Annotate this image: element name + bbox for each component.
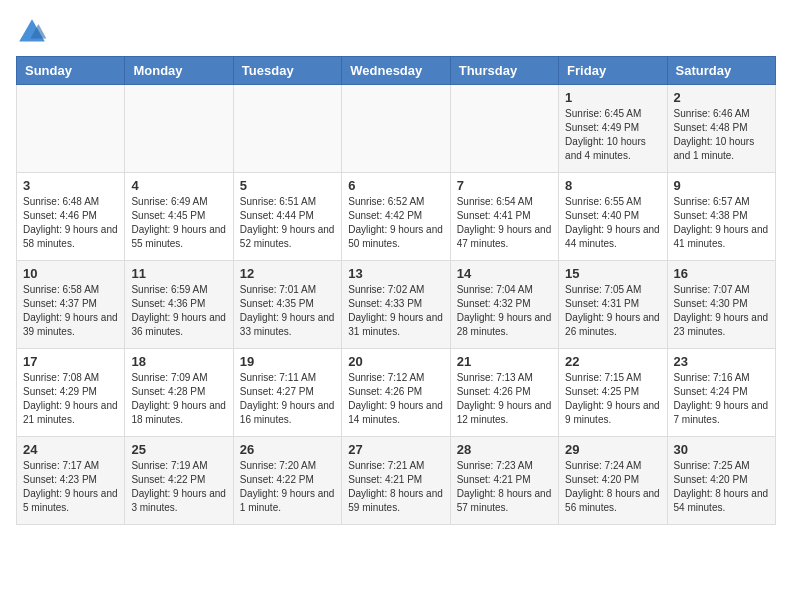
day-info: Sunrise: 6:45 AM Sunset: 4:49 PM Dayligh… <box>565 107 660 163</box>
day-number: 18 <box>131 354 226 369</box>
day-number: 23 <box>674 354 769 369</box>
day-number: 5 <box>240 178 335 193</box>
day-info: Sunrise: 7:05 AM Sunset: 4:31 PM Dayligh… <box>565 283 660 339</box>
calendar-cell <box>125 85 233 173</box>
day-number: 30 <box>674 442 769 457</box>
calendar-cell: 17Sunrise: 7:08 AM Sunset: 4:29 PM Dayli… <box>17 349 125 437</box>
day-info: Sunrise: 6:54 AM Sunset: 4:41 PM Dayligh… <box>457 195 552 251</box>
day-info: Sunrise: 7:09 AM Sunset: 4:28 PM Dayligh… <box>131 371 226 427</box>
logo <box>16 16 52 48</box>
day-info: Sunrise: 6:52 AM Sunset: 4:42 PM Dayligh… <box>348 195 443 251</box>
day-info: Sunrise: 7:01 AM Sunset: 4:35 PM Dayligh… <box>240 283 335 339</box>
day-info: Sunrise: 7:16 AM Sunset: 4:24 PM Dayligh… <box>674 371 769 427</box>
day-info: Sunrise: 7:21 AM Sunset: 4:21 PM Dayligh… <box>348 459 443 515</box>
day-info: Sunrise: 7:12 AM Sunset: 4:26 PM Dayligh… <box>348 371 443 427</box>
day-info: Sunrise: 6:46 AM Sunset: 4:48 PM Dayligh… <box>674 107 769 163</box>
calendar-cell: 16Sunrise: 7:07 AM Sunset: 4:30 PM Dayli… <box>667 261 775 349</box>
day-info: Sunrise: 7:07 AM Sunset: 4:30 PM Dayligh… <box>674 283 769 339</box>
calendar-cell: 5Sunrise: 6:51 AM Sunset: 4:44 PM Daylig… <box>233 173 341 261</box>
day-number: 21 <box>457 354 552 369</box>
calendar-cell <box>342 85 450 173</box>
day-number: 12 <box>240 266 335 281</box>
day-number: 8 <box>565 178 660 193</box>
calendar-cell: 26Sunrise: 7:20 AM Sunset: 4:22 PM Dayli… <box>233 437 341 525</box>
calendar-cell: 19Sunrise: 7:11 AM Sunset: 4:27 PM Dayli… <box>233 349 341 437</box>
calendar-cell <box>450 85 558 173</box>
calendar-table: SundayMondayTuesdayWednesdayThursdayFrid… <box>16 56 776 525</box>
calendar-cell: 23Sunrise: 7:16 AM Sunset: 4:24 PM Dayli… <box>667 349 775 437</box>
day-number: 28 <box>457 442 552 457</box>
calendar-cell: 11Sunrise: 6:59 AM Sunset: 4:36 PM Dayli… <box>125 261 233 349</box>
day-number: 10 <box>23 266 118 281</box>
calendar-cell: 2Sunrise: 6:46 AM Sunset: 4:48 PM Daylig… <box>667 85 775 173</box>
calendar-cell: 29Sunrise: 7:24 AM Sunset: 4:20 PM Dayli… <box>559 437 667 525</box>
day-info: Sunrise: 7:13 AM Sunset: 4:26 PM Dayligh… <box>457 371 552 427</box>
calendar-header-row: SundayMondayTuesdayWednesdayThursdayFrid… <box>17 57 776 85</box>
day-info: Sunrise: 7:20 AM Sunset: 4:22 PM Dayligh… <box>240 459 335 515</box>
calendar-cell: 1Sunrise: 6:45 AM Sunset: 4:49 PM Daylig… <box>559 85 667 173</box>
calendar-cell: 7Sunrise: 6:54 AM Sunset: 4:41 PM Daylig… <box>450 173 558 261</box>
calendar-cell: 15Sunrise: 7:05 AM Sunset: 4:31 PM Dayli… <box>559 261 667 349</box>
calendar-week-row: 10Sunrise: 6:58 AM Sunset: 4:37 PM Dayli… <box>17 261 776 349</box>
calendar-header-wednesday: Wednesday <box>342 57 450 85</box>
calendar-cell: 8Sunrise: 6:55 AM Sunset: 4:40 PM Daylig… <box>559 173 667 261</box>
calendar-cell: 18Sunrise: 7:09 AM Sunset: 4:28 PM Dayli… <box>125 349 233 437</box>
day-number: 14 <box>457 266 552 281</box>
day-info: Sunrise: 6:57 AM Sunset: 4:38 PM Dayligh… <box>674 195 769 251</box>
calendar-week-row: 1Sunrise: 6:45 AM Sunset: 4:49 PM Daylig… <box>17 85 776 173</box>
calendar-cell: 13Sunrise: 7:02 AM Sunset: 4:33 PM Dayli… <box>342 261 450 349</box>
day-number: 4 <box>131 178 226 193</box>
logo-icon <box>16 16 48 48</box>
calendar-cell: 6Sunrise: 6:52 AM Sunset: 4:42 PM Daylig… <box>342 173 450 261</box>
calendar-header-thursday: Thursday <box>450 57 558 85</box>
calendar-cell: 21Sunrise: 7:13 AM Sunset: 4:26 PM Dayli… <box>450 349 558 437</box>
calendar-cell: 4Sunrise: 6:49 AM Sunset: 4:45 PM Daylig… <box>125 173 233 261</box>
day-info: Sunrise: 6:51 AM Sunset: 4:44 PM Dayligh… <box>240 195 335 251</box>
day-info: Sunrise: 7:15 AM Sunset: 4:25 PM Dayligh… <box>565 371 660 427</box>
calendar-cell: 14Sunrise: 7:04 AM Sunset: 4:32 PM Dayli… <box>450 261 558 349</box>
day-info: Sunrise: 7:08 AM Sunset: 4:29 PM Dayligh… <box>23 371 118 427</box>
calendar-header-saturday: Saturday <box>667 57 775 85</box>
day-info: Sunrise: 6:58 AM Sunset: 4:37 PM Dayligh… <box>23 283 118 339</box>
calendar-header-tuesday: Tuesday <box>233 57 341 85</box>
calendar-cell: 20Sunrise: 7:12 AM Sunset: 4:26 PM Dayli… <box>342 349 450 437</box>
day-number: 11 <box>131 266 226 281</box>
calendar-cell: 12Sunrise: 7:01 AM Sunset: 4:35 PM Dayli… <box>233 261 341 349</box>
day-info: Sunrise: 7:25 AM Sunset: 4:20 PM Dayligh… <box>674 459 769 515</box>
calendar-cell: 30Sunrise: 7:25 AM Sunset: 4:20 PM Dayli… <box>667 437 775 525</box>
day-number: 24 <box>23 442 118 457</box>
day-info: Sunrise: 7:02 AM Sunset: 4:33 PM Dayligh… <box>348 283 443 339</box>
day-number: 29 <box>565 442 660 457</box>
day-number: 3 <box>23 178 118 193</box>
day-info: Sunrise: 7:23 AM Sunset: 4:21 PM Dayligh… <box>457 459 552 515</box>
calendar-cell <box>17 85 125 173</box>
day-info: Sunrise: 7:17 AM Sunset: 4:23 PM Dayligh… <box>23 459 118 515</box>
day-number: 2 <box>674 90 769 105</box>
calendar-cell: 9Sunrise: 6:57 AM Sunset: 4:38 PM Daylig… <box>667 173 775 261</box>
day-number: 26 <box>240 442 335 457</box>
day-number: 13 <box>348 266 443 281</box>
day-info: Sunrise: 6:48 AM Sunset: 4:46 PM Dayligh… <box>23 195 118 251</box>
calendar-week-row: 17Sunrise: 7:08 AM Sunset: 4:29 PM Dayli… <box>17 349 776 437</box>
calendar-header-sunday: Sunday <box>17 57 125 85</box>
day-number: 25 <box>131 442 226 457</box>
day-info: Sunrise: 7:11 AM Sunset: 4:27 PM Dayligh… <box>240 371 335 427</box>
day-info: Sunrise: 7:19 AM Sunset: 4:22 PM Dayligh… <box>131 459 226 515</box>
day-number: 7 <box>457 178 552 193</box>
calendar-cell: 24Sunrise: 7:17 AM Sunset: 4:23 PM Dayli… <box>17 437 125 525</box>
day-number: 22 <box>565 354 660 369</box>
calendar-cell: 25Sunrise: 7:19 AM Sunset: 4:22 PM Dayli… <box>125 437 233 525</box>
calendar-cell: 27Sunrise: 7:21 AM Sunset: 4:21 PM Dayli… <box>342 437 450 525</box>
day-number: 9 <box>674 178 769 193</box>
day-number: 16 <box>674 266 769 281</box>
day-number: 6 <box>348 178 443 193</box>
day-info: Sunrise: 7:04 AM Sunset: 4:32 PM Dayligh… <box>457 283 552 339</box>
calendar-week-row: 3Sunrise: 6:48 AM Sunset: 4:46 PM Daylig… <box>17 173 776 261</box>
calendar-cell: 3Sunrise: 6:48 AM Sunset: 4:46 PM Daylig… <box>17 173 125 261</box>
day-info: Sunrise: 6:59 AM Sunset: 4:36 PM Dayligh… <box>131 283 226 339</box>
calendar-cell: 22Sunrise: 7:15 AM Sunset: 4:25 PM Dayli… <box>559 349 667 437</box>
day-number: 17 <box>23 354 118 369</box>
header <box>16 16 776 48</box>
calendar-cell: 28Sunrise: 7:23 AM Sunset: 4:21 PM Dayli… <box>450 437 558 525</box>
page: SundayMondayTuesdayWednesdayThursdayFrid… <box>0 0 792 541</box>
